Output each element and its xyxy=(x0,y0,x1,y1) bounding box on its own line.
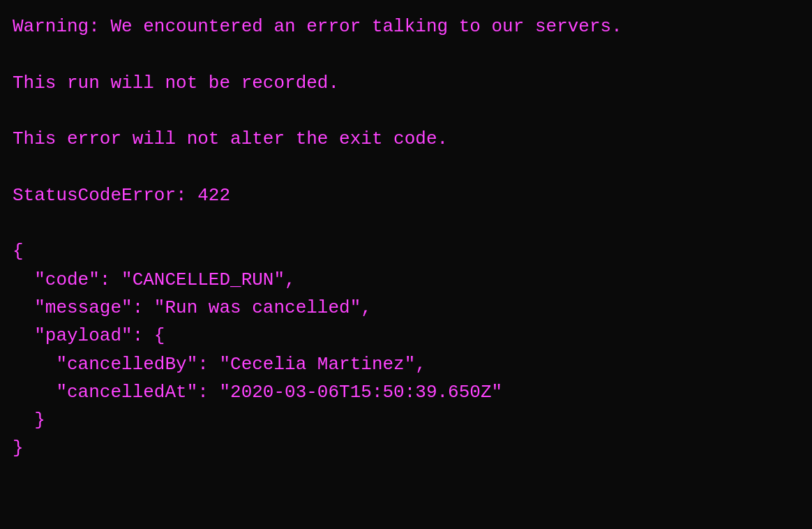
terminal-container: Warning: We encountered an error talking… xyxy=(13,13,799,463)
not-recorded: This run will not be recorded. xyxy=(13,69,799,97)
empty-4 xyxy=(13,209,799,237)
json-payload-open: "payload": { xyxy=(13,322,799,350)
empty-1 xyxy=(13,40,799,68)
json-cancelled-by: "cancelledBy": "Cecelia Martinez", xyxy=(13,350,799,378)
status-code: StatusCodeError: 422 xyxy=(13,181,799,209)
json-cancelled-at: "cancelledAt": "2020-03-06T15:50:39.650Z… xyxy=(13,378,799,406)
empty-3 xyxy=(13,153,799,181)
json-message: "message": "Run was cancelled", xyxy=(13,294,799,322)
json-code: "code": "CANCELLED_RUN", xyxy=(13,266,799,294)
json-close: } xyxy=(13,434,799,462)
warning-line: Warning: We encountered an error talking… xyxy=(13,13,799,40)
empty-2 xyxy=(13,97,799,125)
json-payload-close: } xyxy=(13,406,799,434)
exit-code: This error will not alter the exit code. xyxy=(13,125,799,153)
json-open: { xyxy=(13,237,799,265)
